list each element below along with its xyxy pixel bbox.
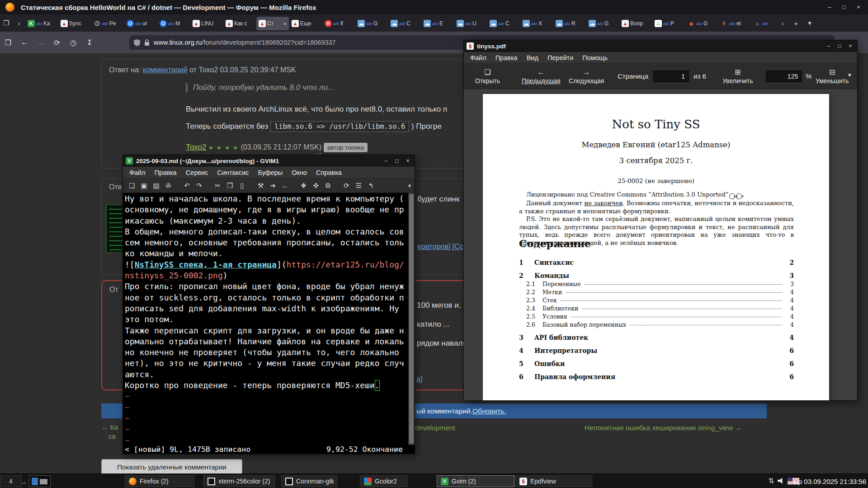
browser-tab[interactable]: ☁ zZz C × bbox=[388, 17, 421, 30]
page-number-input[interactable] bbox=[653, 70, 689, 82]
volume-icon[interactable] bbox=[778, 478, 784, 484]
toolbar-dropdown-icon[interactable]: ▼ bbox=[847, 72, 852, 78]
gvim-toolbar-icon[interactable]: ↰ bbox=[365, 182, 377, 190]
task-button[interactable]: xterm-256color (2) bbox=[203, 475, 275, 487]
browser-tab[interactable]: ☁ zZz U × bbox=[454, 17, 487, 30]
prev-topic-link-line2[interactable]: св bbox=[108, 432, 116, 441]
browser-tab[interactable]: ▲ zZz Еще × bbox=[289, 17, 322, 30]
gvim-toolbar-icon[interactable]: ← bbox=[279, 182, 291, 189]
gvim-toolbar-icon[interactable]: ✜ bbox=[310, 182, 322, 190]
minimize-icon[interactable]: – bbox=[825, 3, 835, 11]
gvim-toolbar-icon[interactable]: ✇ bbox=[162, 182, 175, 190]
menu-item[interactable]: Справка bbox=[311, 169, 346, 176]
list-tabs-icon[interactable]: ▾ bbox=[803, 19, 816, 27]
minimize-icon[interactable]: – bbox=[825, 42, 833, 50]
shield-icon[interactable] bbox=[134, 39, 140, 46]
browser-tab[interactable]: ▲ zZz Как с × bbox=[223, 17, 256, 30]
browser-tab[interactable]: Я zZz lf × bbox=[322, 17, 355, 30]
browser-tab[interactable]: ⓘ zZz Pe × bbox=[91, 17, 124, 30]
tab-close-icon[interactable]: × bbox=[283, 20, 287, 27]
task-button[interactable]: Connman-gtk bbox=[281, 475, 337, 487]
maximize-icon[interactable]: □ bbox=[839, 3, 849, 11]
menu-item[interactable]: Помощь bbox=[578, 54, 612, 61]
show-deleted-comments-button[interactable]: Показать удаленные комментарии bbox=[101, 459, 242, 474]
menu-item[interactable]: Правка bbox=[150, 169, 181, 176]
pdf-titlebar[interactable]: § tinyss.pdf – □ × bbox=[464, 40, 857, 52]
gvim-toolbar-icon[interactable]: ⚙ bbox=[322, 182, 334, 190]
gvim-toolbar-icon[interactable]: ↶ bbox=[181, 182, 193, 190]
browser-tab[interactable]: ▲ zZz LINU × bbox=[190, 17, 223, 30]
browser-tab[interactable]: O zZz ur × bbox=[124, 17, 157, 30]
gvim-toolbar-icon[interactable]: ❖ bbox=[297, 182, 310, 190]
close-icon[interactable]: × bbox=[854, 3, 863, 11]
browser-tab[interactable]: F zZz et × bbox=[718, 17, 751, 30]
browser-tab[interactable]: ▲ zZz Вопр × bbox=[619, 17, 652, 30]
menu-item[interactable]: Файл bbox=[466, 54, 491, 61]
browser-tab[interactable]: ☁ zZz G × bbox=[586, 17, 619, 30]
gvim-toolbar-icon[interactable]: ✂ bbox=[212, 182, 224, 190]
menu-item[interactable]: Вид bbox=[522, 54, 543, 61]
forum-section-link[interactable]: development bbox=[415, 424, 455, 432]
refresh-link[interactable]: Обновить. bbox=[472, 407, 506, 415]
browser-tab[interactable]: ◆ zZz G × bbox=[685, 17, 718, 30]
author-link[interactable]: Тохо2 bbox=[186, 143, 207, 151]
pdf-content-area[interactable]: Not so Tiny SS Медведев Евгений (etar125… bbox=[464, 89, 857, 400]
gvim-toolbar-icon[interactable]: ⟳ bbox=[340, 182, 353, 190]
history-icon[interactable]: ◷ bbox=[65, 38, 81, 47]
maximize-icon[interactable]: □ bbox=[393, 157, 401, 164]
reply-link-fragment[interactable]: а] bbox=[416, 375, 422, 383]
menu-item[interactable]: Буферы bbox=[254, 169, 288, 176]
browser-tab[interactable]: ☁ zZz E × bbox=[421, 17, 454, 30]
maximize-icon[interactable]: □ bbox=[835, 42, 844, 50]
browser-tab[interactable]: ☁ zZz X × bbox=[520, 17, 553, 30]
reload-icon[interactable]: ⟳ bbox=[49, 38, 65, 47]
gvim-toolbar-icon[interactable]: ▤ bbox=[150, 182, 162, 190]
back-icon[interactable]: ← bbox=[16, 38, 33, 47]
zoom-in-button[interactable]: ⊞ Увеличить bbox=[722, 67, 753, 84]
scrollbar-thumb[interactable] bbox=[409, 194, 414, 444]
gvim-toolbar-icon[interactable]: ↷ bbox=[193, 182, 205, 190]
close-icon[interactable]: × bbox=[404, 157, 412, 164]
network-arrows-icon[interactable]: ⇅ bbox=[768, 477, 774, 485]
gvim-toolbar-icon[interactable]: ❏ bbox=[126, 182, 138, 190]
task-button[interactable]: Gcolor2 bbox=[360, 475, 408, 487]
previous-page-button[interactable]: ← Предыдущая bbox=[522, 67, 561, 84]
browser-tab[interactable]: ∴ zZz P × bbox=[652, 17, 685, 30]
gvim-toolbar-icon[interactable]: ▣ bbox=[138, 182, 150, 190]
scroll-tabs-left-icon[interactable]: ‹ bbox=[13, 19, 25, 27]
forward-icon[interactable]: → bbox=[33, 38, 49, 47]
browser-tab[interactable]: ☁ zZz C × bbox=[487, 17, 520, 30]
gvim-titlebar[interactable]: V 2025-09-03.md (~/Докум...u/preroot/blo… bbox=[123, 155, 415, 167]
task-button[interactable]: V Gvim (2) bbox=[437, 475, 514, 487]
menu-item[interactable]: Перейти bbox=[543, 54, 578, 61]
browser-tab[interactable]: ☁ zZz G × bbox=[355, 17, 388, 30]
gvim-text-area[interactable]: Ну вот и началась школа. В последнее вре… bbox=[123, 193, 415, 445]
gvim-toolbar-icon[interactable]: ➔ bbox=[267, 182, 279, 190]
browser-tab[interactable]: ▲ zZz Ст × bbox=[256, 17, 289, 30]
next-topic-link[interactable]: Непонятная ошибка хеширования string_vie… bbox=[585, 424, 742, 432]
task-button[interactable]: Firefox (2) bbox=[125, 475, 194, 487]
lock-icon[interactable] bbox=[144, 39, 150, 46]
comment-link[interactable]: комментарий bbox=[143, 66, 188, 74]
menu-item[interactable]: Окно bbox=[287, 169, 311, 176]
open-button[interactable]: ❏ Открыть bbox=[475, 67, 500, 84]
post-links-fragment[interactable]: ераторов] [Ссы bbox=[417, 243, 468, 251]
scroll-tabs-right-icon[interactable]: › bbox=[776, 19, 789, 27]
browser-tab[interactable]: O zZz M × bbox=[157, 17, 190, 30]
gvim-scrollbar[interactable] bbox=[408, 193, 415, 445]
task-button[interactable]: § Epdfview bbox=[515, 475, 592, 487]
window-list-icon[interactable]: ❒ bbox=[0, 38, 16, 47]
save-page-icon[interactable]: ↧ bbox=[81, 38, 98, 47]
browser-tab[interactable]: ⌂ zZz × bbox=[751, 17, 776, 30]
gvim-toolbar-icon[interactable]: ⚒ bbox=[255, 182, 267, 190]
menu-item[interactable]: Файл bbox=[125, 169, 150, 176]
browser-tab[interactable]: K zZz Ka × bbox=[25, 17, 58, 30]
new-tab-button[interactable]: + bbox=[789, 19, 803, 27]
menu-item[interactable]: Синтаксис bbox=[212, 169, 253, 176]
browser-tab[interactable]: ▲ zZz Sync × bbox=[58, 17, 91, 30]
close-icon[interactable]: × bbox=[846, 42, 854, 50]
zoom-out-button[interactable]: ⊟ Уменьшить bbox=[816, 67, 849, 84]
minimize-icon[interactable]: – bbox=[382, 157, 390, 164]
toolbar-overflow-icon[interactable]: ▾ bbox=[408, 183, 411, 189]
gvim-toolbar-icon[interactable]: ❐ bbox=[224, 182, 236, 190]
